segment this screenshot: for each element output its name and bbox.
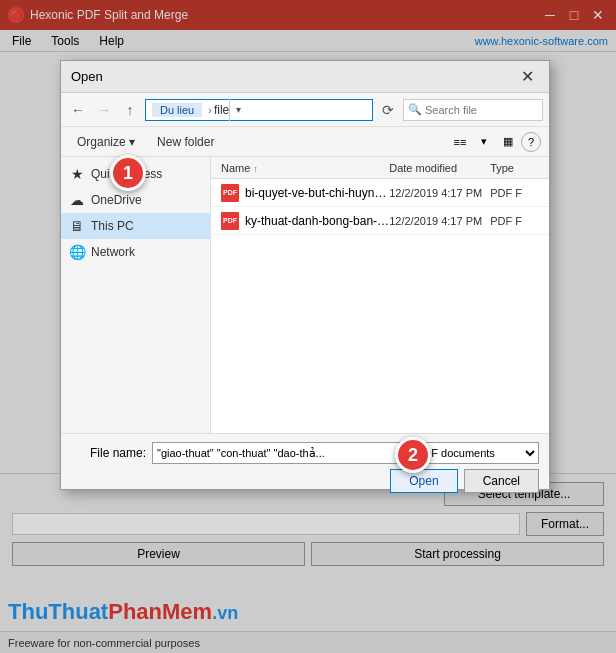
- search-box[interactable]: 🔍: [403, 99, 543, 121]
- file-type-1: PDF F: [490, 215, 549, 227]
- badge-2: 2: [395, 437, 431, 473]
- breadcrumb-bar[interactable]: Du lieu › file ▾: [145, 99, 373, 121]
- dialog-main: ★ Quick access ☁ OneDrive 🖥 This PC 🌐 Ne…: [61, 157, 549, 435]
- view-controls: ≡≡ ▾ ▦ ?: [449, 131, 541, 153]
- breadcrumb-separator: ›: [208, 104, 212, 116]
- nav-network[interactable]: 🌐 Network: [61, 239, 210, 265]
- cancel-button[interactable]: Cancel: [464, 469, 539, 493]
- col-name-header[interactable]: Name ↑: [211, 162, 389, 174]
- search-input[interactable]: [425, 104, 538, 116]
- network-icon: 🌐: [69, 244, 85, 260]
- dialog-bottom: File name: PDF documents Open Cancel: [61, 433, 549, 489]
- dialog-action-row: Open Cancel: [71, 469, 539, 493]
- file-name-0: PDF bi-quyet-ve-but-chi-huynh-pham-huon.…: [211, 184, 389, 202]
- dialog-titlebar: Open ✕: [61, 61, 549, 93]
- file-list-header: Name ↑ Date modified Type: [211, 157, 549, 179]
- file-date-0: 12/2/2019 4:17 PM: [389, 187, 490, 199]
- onedrive-icon: ☁: [69, 192, 85, 208]
- dialog-close-button[interactable]: ✕: [515, 65, 539, 89]
- view-dropdown-button[interactable]: ▾: [473, 131, 495, 153]
- file-name-1: PDF ky-thuat-danh-bong-ban-thanh-long: [211, 212, 389, 230]
- pdf-icon-1: PDF: [221, 212, 239, 230]
- breadcrumb-current: file: [214, 103, 229, 117]
- view-list-button[interactable]: ≡≡: [449, 131, 471, 153]
- nav-network-label: Network: [91, 245, 135, 259]
- breadcrumb-dropdown-icon[interactable]: ▾: [229, 99, 247, 121]
- file-date-1: 12/2/2019 4:17 PM: [389, 215, 490, 227]
- nav-this-pc[interactable]: 🖥 This PC: [61, 213, 210, 239]
- organize-button[interactable]: Organize ▾: [69, 131, 143, 153]
- columns-button[interactable]: ▦: [497, 131, 519, 153]
- file-row[interactable]: PDF ky-thuat-danh-bong-ban-thanh-long 12…: [211, 207, 549, 235]
- nav-onedrive[interactable]: ☁ OneDrive: [61, 187, 210, 213]
- address-bar: ← → ↑ Du lieu › file ▾ ⟳ 🔍: [61, 93, 549, 127]
- badge-1: 1: [110, 155, 146, 191]
- open-button[interactable]: Open: [390, 469, 457, 493]
- sort-arrow: ↑: [253, 164, 258, 174]
- dialog-title: Open: [71, 69, 515, 84]
- forward-button[interactable]: →: [93, 99, 115, 121]
- file-type-0: PDF F: [490, 187, 549, 199]
- organize-arrow: ▾: [129, 135, 135, 149]
- toolbar-row: Organize ▾ New folder ≡≡ ▾ ▦ ?: [61, 127, 549, 157]
- nav-onedrive-label: OneDrive: [91, 193, 142, 207]
- col-date-header[interactable]: Date modified: [389, 162, 490, 174]
- this-pc-icon: 🖥: [69, 218, 85, 234]
- left-panel: ★ Quick access ☁ OneDrive 🖥 This PC 🌐 Ne…: [61, 157, 211, 435]
- nav-this-pc-label: This PC: [91, 219, 134, 233]
- filename-row: File name: PDF documents: [71, 442, 539, 464]
- breadcrumb-parent: Du lieu: [152, 103, 202, 117]
- filename-input[interactable]: [152, 442, 403, 464]
- pdf-icon-0: PDF: [221, 184, 239, 202]
- back-button[interactable]: ←: [67, 99, 89, 121]
- search-icon: 🔍: [408, 103, 422, 116]
- file-list[interactable]: Name ↑ Date modified Type PDF bi-quyet-v…: [211, 157, 549, 435]
- help-button[interactable]: ?: [521, 132, 541, 152]
- refresh-button[interactable]: ⟳: [377, 99, 399, 121]
- new-folder-button[interactable]: New folder: [149, 131, 222, 153]
- quick-access-icon: ★: [69, 166, 85, 182]
- file-row[interactable]: PDF bi-quyet-ve-but-chi-huynh-pham-huon.…: [211, 179, 549, 207]
- up-button[interactable]: ↑: [119, 99, 141, 121]
- col-type-header[interactable]: Type: [490, 162, 549, 174]
- file-open-dialog: Open ✕ ← → ↑ Du lieu › file ▾ ⟳ 🔍 Organi…: [60, 60, 550, 490]
- filename-label: File name:: [71, 446, 146, 460]
